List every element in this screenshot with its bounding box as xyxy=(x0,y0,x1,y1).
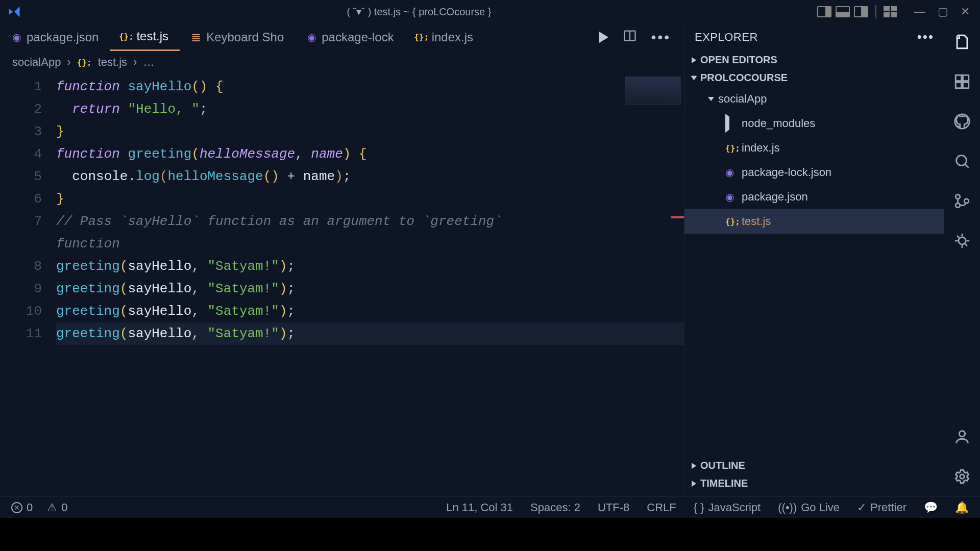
json-file-icon: ◉ xyxy=(11,32,21,42)
code-line[interactable]: function sayHello() { xyxy=(56,76,684,98)
layout-panel-bottom-icon[interactable] xyxy=(836,6,850,17)
svg-rect-5 xyxy=(963,82,968,88)
file-tree-item[interactable]: ◉package-lock.json xyxy=(684,160,944,185)
layout-grid-icon[interactable] xyxy=(884,6,897,17)
editor-tab[interactable]: {};index.js xyxy=(405,23,484,51)
svg-line-8 xyxy=(965,164,969,168)
run-icon[interactable] xyxy=(599,32,608,43)
layout-panel-right-icon[interactable] xyxy=(854,6,868,17)
chevron-right-icon: › xyxy=(67,56,70,69)
file-label: index.js xyxy=(742,141,780,155)
code-line[interactable]: } xyxy=(56,120,684,143)
github-activity-icon[interactable] xyxy=(952,112,972,131)
chevron-down-icon xyxy=(691,76,697,80)
status-encoding[interactable]: UTF-8 xyxy=(598,501,629,514)
outline-section[interactable]: OUTLINE xyxy=(684,457,944,474)
code-line[interactable]: // Pass `sayHello` function as an argume… xyxy=(56,210,516,255)
line-gutter: 1234567891011 xyxy=(0,73,56,496)
status-feedback-icon[interactable]: 💬 xyxy=(924,501,938,514)
workspace-section[interactable]: PROLCOCOURSE xyxy=(684,69,944,87)
code-line[interactable]: } xyxy=(56,188,684,210)
file-label: test.js xyxy=(742,215,771,228)
status-language[interactable]: { } JavaScript xyxy=(694,501,761,514)
status-golive[interactable]: ((•)) Go Live xyxy=(778,501,840,514)
file-tree-item[interactable]: ◉package.json xyxy=(684,185,944,209)
js-file-icon: {}; xyxy=(121,31,131,41)
breadcrumb[interactable]: socialApp › {}; test.js › … xyxy=(0,51,684,73)
svg-point-11 xyxy=(964,199,969,204)
overview-ruler-error-icon xyxy=(671,216,684,218)
code-line[interactable]: function greeting(helloMessage, name) { xyxy=(56,143,684,165)
source-control-activity-icon[interactable] xyxy=(952,191,972,211)
debug-activity-icon[interactable] xyxy=(952,231,972,251)
tab-label: Keyboard Sho xyxy=(206,30,284,44)
file-tree-item[interactable]: node_modules xyxy=(684,111,944,136)
explorer-more-icon[interactable]: ••• xyxy=(917,29,934,45)
file-label: package.json xyxy=(742,190,808,204)
status-bell-icon[interactable]: 🔔 xyxy=(955,501,969,514)
account-activity-icon[interactable] xyxy=(952,427,972,446)
tab-label: index.js xyxy=(432,30,473,44)
activity-bar xyxy=(944,23,980,496)
editor-tab[interactable]: ◉package.json xyxy=(0,23,110,51)
status-indent[interactable]: Spaces: 2 xyxy=(530,501,580,514)
code-content[interactable]: function sayHello() { return "Hello, ";}… xyxy=(56,73,684,496)
js-file-icon: {}; xyxy=(77,58,92,67)
status-cursor-pos[interactable]: Ln 11, Col 31 xyxy=(446,501,513,514)
code-line[interactable]: return "Hello, "; xyxy=(56,98,684,120)
code-line[interactable]: greeting(sayHello, "Satyam!"); xyxy=(56,300,684,322)
breadcrumb-tail[interactable]: … xyxy=(143,56,154,69)
minimap[interactable] xyxy=(625,77,681,105)
tab-label: package-lock xyxy=(322,30,394,44)
file-tree-item[interactable]: {};index.js xyxy=(684,136,944,160)
svg-rect-3 xyxy=(963,75,968,81)
code-line[interactable]: console.log(helloMessage() + name); xyxy=(56,165,684,188)
status-warnings[interactable]: ⚠ 0 xyxy=(47,501,67,514)
code-line[interactable]: greeting(sayHello, "Satyam!"); xyxy=(56,278,684,300)
extensions-activity-icon[interactable] xyxy=(952,72,972,91)
more-actions-icon[interactable]: ••• xyxy=(651,29,671,45)
window-maximize-icon[interactable]: ▢ xyxy=(938,5,948,18)
svg-point-10 xyxy=(955,203,960,208)
svg-point-12 xyxy=(959,237,966,244)
split-editor-icon[interactable] xyxy=(623,29,637,46)
window-title: ( ˘▾˘ ) test.js ~ { proLCOcourse } xyxy=(28,6,810,18)
svg-point-19 xyxy=(959,431,965,437)
warning-icon: ⚠ xyxy=(47,501,57,514)
chevron-right-icon xyxy=(725,114,729,133)
json-file-icon: ◉ xyxy=(725,166,737,179)
open-editors-section[interactable]: OPEN EDITORS xyxy=(684,51,944,69)
svg-line-17 xyxy=(957,236,959,238)
js-file-icon: {}; xyxy=(725,143,737,153)
editor-tab[interactable]: {};test.js xyxy=(110,23,180,51)
editor-layout-controls xyxy=(810,5,904,18)
timeline-section[interactable]: TIMELINE xyxy=(684,474,944,492)
chevron-right-icon xyxy=(692,57,696,63)
svg-rect-4 xyxy=(955,82,961,88)
chevron-down-icon xyxy=(708,97,714,101)
status-errors[interactable]: ✕ 0 xyxy=(11,501,33,514)
tree-folder[interactable]: socialApp xyxy=(684,87,944,111)
file-tree-item[interactable]: {};test.js xyxy=(684,209,944,234)
layout-panel-left-icon[interactable] xyxy=(817,6,831,17)
window-close-icon[interactable]: ✕ xyxy=(961,5,970,18)
code-line[interactable]: greeting(sayHello, "Satyam!"); xyxy=(56,255,684,278)
file-label: node_modules xyxy=(742,117,815,130)
status-eol[interactable]: CRLF xyxy=(647,501,676,514)
breadcrumb-root[interactable]: socialApp xyxy=(12,56,61,69)
svg-point-7 xyxy=(957,156,967,166)
code-line[interactable]: greeting(sayHello, "Satyam!"); xyxy=(56,322,684,345)
status-prettier[interactable]: ✓ Prettier xyxy=(857,501,906,514)
svg-rect-2 xyxy=(955,75,961,81)
window-minimize-icon[interactable]: — xyxy=(914,5,925,18)
file-label: package-lock.json xyxy=(742,166,831,179)
chevron-right-icon xyxy=(692,481,696,487)
chevron-right-icon xyxy=(692,463,696,469)
explorer-activity-icon[interactable] xyxy=(952,32,972,52)
breadcrumb-file[interactable]: test.js xyxy=(98,56,127,69)
editor-tab[interactable]: ◉package-lock xyxy=(295,23,405,51)
editor-tab[interactable]: ≣Keyboard Sho xyxy=(180,23,295,51)
search-activity-icon[interactable] xyxy=(952,152,972,171)
code-editor[interactable]: 1234567891011 function sayHello() { retu… xyxy=(0,73,684,496)
settings-activity-icon[interactable] xyxy=(952,467,972,486)
